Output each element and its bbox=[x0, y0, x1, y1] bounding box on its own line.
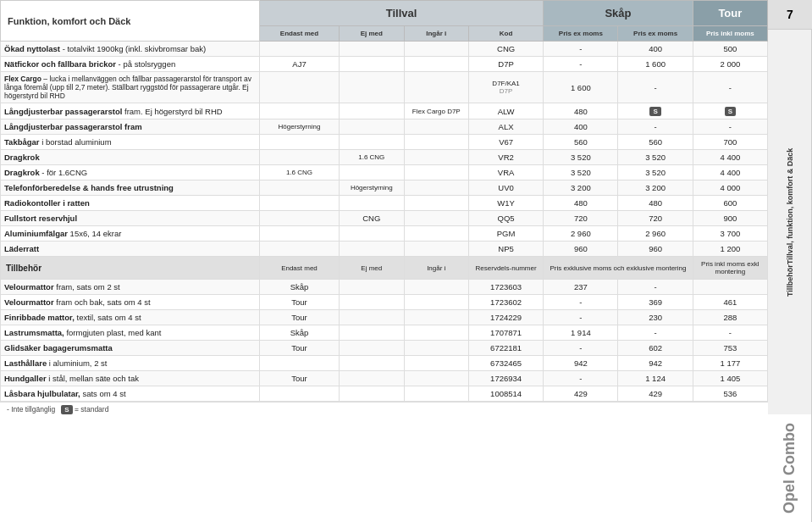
row-endast: Högerstyrning bbox=[259, 119, 339, 135]
subheader-kod: Kod bbox=[468, 26, 543, 42]
row-func: Hundgaller i stål, mellan säte och tak bbox=[1, 371, 260, 386]
row-skap-ex: 1 600 bbox=[618, 57, 693, 72]
row-func: Radiokontoller i ratten bbox=[1, 196, 260, 211]
row-pris-ex: 1 600 bbox=[544, 72, 618, 103]
row-pris-exkl: - bbox=[544, 371, 618, 386]
row-pris-exkl: 942 bbox=[544, 356, 618, 371]
header-tillval: Tillval bbox=[259, 1, 543, 26]
row-endast bbox=[259, 180, 339, 196]
row-endast: Tour bbox=[259, 371, 339, 386]
table-row: Velourmattor fram och bak, sats om 4 st … bbox=[1, 295, 768, 310]
row-reserv: 1726934 bbox=[468, 371, 543, 386]
row-kod: QQ5 bbox=[468, 211, 543, 226]
row-ingar: Flex Cargo D7P bbox=[404, 103, 468, 119]
table-row: Finribbade mattor, textil, sats om 4 st … bbox=[1, 310, 768, 325]
row-pris-exkl2: 1 124 bbox=[618, 371, 693, 386]
row-skap-ex: 560 bbox=[618, 135, 693, 150]
row-func: Långdjusterbar passagerarstol fram bbox=[1, 119, 260, 135]
row-reserv: 6732465 bbox=[468, 356, 543, 371]
row-endast bbox=[259, 196, 339, 211]
row-ingar bbox=[404, 295, 468, 310]
table-row: Lastrumsmatta, formgjuten plast, med kan… bbox=[1, 325, 768, 341]
row-skap-ex: 480 bbox=[618, 196, 693, 211]
row-ingar bbox=[404, 72, 468, 103]
row-endast bbox=[259, 72, 339, 103]
row-pris-exkl2: 230 bbox=[618, 310, 693, 325]
row-pris-ex: 560 bbox=[544, 135, 618, 150]
row-kod: NP5 bbox=[468, 242, 543, 257]
row-ejmed bbox=[340, 310, 404, 325]
row-skap-ex: 720 bbox=[618, 211, 693, 226]
row-reserv: 1723603 bbox=[468, 280, 543, 295]
row-tour-inkl: 2 000 bbox=[693, 57, 767, 72]
row-func: Ökad nyttolast - totalvikt 1900kg (inkl.… bbox=[1, 42, 260, 57]
row-ingar bbox=[404, 211, 468, 226]
row-pris-exkl: 1 914 bbox=[544, 325, 618, 341]
row-pris-inkl: 753 bbox=[693, 341, 767, 356]
row-ingar bbox=[404, 371, 468, 386]
row-ejmed bbox=[340, 196, 404, 211]
row-ingar bbox=[404, 196, 468, 211]
row-endast bbox=[259, 211, 339, 226]
table-row: Ökad nyttolast - totalvikt 1900kg (inkl.… bbox=[1, 42, 768, 57]
row-endast: Skåp bbox=[259, 280, 339, 295]
table-row: Dragkrok - för 1.6CNG 1.6 CNG VRA 3 520 … bbox=[1, 165, 768, 180]
section-col-endast: Endast med bbox=[259, 257, 339, 280]
row-pris-ex: - bbox=[544, 57, 618, 72]
row-reserv: 6722181 bbox=[468, 341, 543, 356]
row-tour-inkl: 900 bbox=[693, 211, 767, 226]
row-endast bbox=[259, 135, 339, 150]
table-row: Aluminiumfälgar 15x6, 14 ekrar PGM 2 960… bbox=[1, 226, 768, 242]
tillbehor-label: Tillbehör bbox=[786, 264, 794, 297]
row-ingar bbox=[404, 280, 468, 295]
row-pris-exkl2: - bbox=[618, 325, 693, 341]
row-tour-inkl: 500 bbox=[693, 42, 767, 57]
row-pris-exkl2: 942 bbox=[618, 356, 693, 371]
row-pris-exkl: 429 bbox=[544, 386, 618, 402]
section-header-tillbehor: Tillbehör Endast med Ej med Ingår i Rese… bbox=[1, 257, 768, 280]
row-endast: Tour bbox=[259, 295, 339, 310]
row-endast bbox=[259, 42, 339, 57]
row-pris-exkl2: 429 bbox=[618, 386, 693, 402]
row-ingar bbox=[404, 150, 468, 165]
section-col-ejmed: Ej med bbox=[340, 257, 404, 280]
table-row: Dragkrok 1.6 CNG VR2 3 520 3 520 4 400 bbox=[1, 150, 768, 165]
section-col-reserv: Reservdels-nummer bbox=[468, 257, 543, 280]
table-row: Långdjusterbar passagerarstol fram Höger… bbox=[1, 119, 768, 135]
row-tour-inkl: - bbox=[693, 72, 767, 103]
row-pris-inkl bbox=[693, 280, 767, 295]
row-tour-inkl: 1 200 bbox=[693, 242, 767, 257]
row-kod: V67 bbox=[468, 135, 543, 150]
header-tour: Tour bbox=[693, 1, 767, 26]
row-tour-inkl: 4 000 bbox=[693, 180, 767, 196]
brand-label: Opel Combo bbox=[768, 414, 812, 522]
row-pris-inkl: - bbox=[693, 325, 767, 341]
row-kod: W1Y bbox=[468, 196, 543, 211]
row-endast bbox=[259, 103, 339, 119]
row-func: Nätfickor och fällbara brickor - på stol… bbox=[1, 57, 260, 72]
table-row: Telefonförberedelse & hands free utrustn… bbox=[1, 180, 768, 196]
row-endast: Skåp bbox=[259, 325, 339, 341]
top-header-row: Funktion, komfort och Däck Tillval Skåp … bbox=[1, 1, 768, 26]
row-pris-ex: - bbox=[544, 42, 618, 57]
row-func: Flex Cargo – lucka i mellanväggen och fä… bbox=[1, 72, 260, 103]
row-ingar bbox=[404, 356, 468, 371]
row-pris-exkl2: - bbox=[618, 280, 693, 295]
row-ejmed bbox=[340, 103, 404, 119]
row-ejmed: CNG bbox=[340, 211, 404, 226]
row-pris-inkl: 288 bbox=[693, 310, 767, 325]
row-pris-ex: 3 200 bbox=[544, 180, 618, 196]
row-kod: ALX bbox=[468, 119, 543, 135]
row-func: Fullstort reservhjul bbox=[1, 211, 260, 226]
section-col-ingar: Ingår i bbox=[404, 257, 468, 280]
row-pris-ex: 480 bbox=[544, 196, 618, 211]
row-kod: D7F/KA1D7P bbox=[468, 72, 543, 103]
row-ejmed bbox=[340, 295, 404, 310]
row-pris-ex: 3 520 bbox=[544, 150, 618, 165]
footer-s-label: = standard bbox=[75, 405, 108, 414]
badge-s-footer: S bbox=[61, 405, 72, 414]
row-endast bbox=[259, 386, 339, 402]
table-row: Flex Cargo – lucka i mellanväggen och fä… bbox=[1, 72, 768, 103]
row-pris-exkl2: 369 bbox=[618, 295, 693, 310]
row-ejmed bbox=[340, 165, 404, 180]
